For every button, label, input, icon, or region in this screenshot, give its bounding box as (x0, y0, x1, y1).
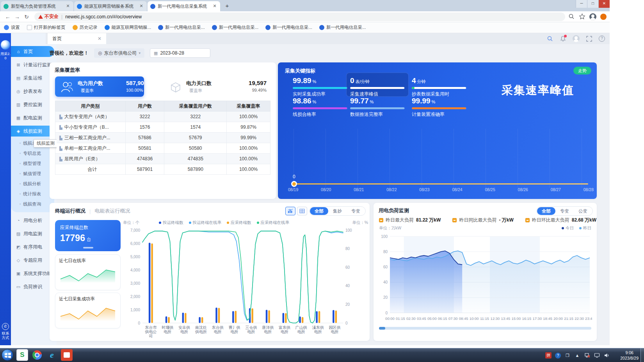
terminal-total-card[interactable]: 应采终端总数 17796台 (55, 220, 121, 251)
maximize-button[interactable]: □ (587, 0, 598, 8)
org-selector[interactable]: ◎ 东台市供电公司 ▾ (94, 48, 144, 58)
svg-text:1,000: 1,000 (130, 308, 140, 312)
show-desktop-button[interactable] (640, 348, 644, 362)
power-users-card[interactable]: 电力用户数 覆盖率 587,901 100.00% (55, 76, 144, 97)
search-icon[interactable] (547, 35, 553, 42)
svg-text:80: 80 (345, 247, 350, 251)
bookmark-label: 新一代用电信息采... (165, 25, 205, 30)
bookmark-5[interactable]: 新一代用电信息采... (212, 25, 259, 30)
ime-icon[interactable]: 拼 (545, 352, 551, 358)
load-filter-0[interactable]: 全部 (537, 207, 555, 215)
submenu-item-icon: ▫ (20, 161, 21, 165)
tab-terminal-overview[interactable]: 终端运行概况 (55, 208, 85, 215)
tab-close-icon[interactable]: ✕ (139, 4, 144, 9)
browser-update-icon[interactable] (600, 14, 607, 20)
svg-text:20:00: 20:00 (553, 316, 563, 321)
zoom-icon[interactable] (568, 13, 575, 20)
timeline-date: 08/21 (354, 187, 364, 192)
bookmark-3[interactable]: 能源互联网营销服... (105, 25, 151, 30)
address-bar[interactable]: 不安全 | neweic.js.sgcc.com.cn/#/oc/overvie… (34, 12, 565, 21)
expand-arrow-icon[interactable]: ▲ (574, 352, 580, 358)
load-filter-1[interactable]: 专变 (555, 207, 574, 215)
bookmark-2[interactable]: 历史记录 (73, 25, 98, 30)
fullscreen-icon[interactable] (586, 35, 592, 42)
online-rate-card[interactable]: 近七日在线率 (55, 254, 121, 290)
power-gateways-sublabel: 覆盖率 (189, 88, 202, 94)
bookmark-6[interactable]: 新一代用电信息采... (265, 25, 312, 30)
svg-text:10:00: 10:00 (470, 316, 479, 321)
contact-widget[interactable]: ✆ 联系 方式 (0, 323, 11, 340)
table-view-toggle[interactable] (297, 207, 307, 215)
window-controls: ─□✕ (576, 0, 610, 8)
tab-close-icon[interactable]: ✕ (212, 4, 217, 9)
bookmark-star-icon[interactable] (579, 13, 585, 20)
site-icon (265, 25, 270, 30)
ie-icon[interactable]: e (46, 349, 58, 361)
load-legend-item-0[interactable]: 今日 (562, 225, 574, 231)
browser-profile-icon[interactable] (589, 13, 596, 20)
close-button[interactable]: ✕ (598, 0, 610, 8)
notification-bell-icon[interactable] (560, 35, 566, 42)
url-text[interactable]: neweic.js.sgcc.com.cn/#/oc/overview (65, 14, 142, 20)
timeline-track[interactable] (294, 183, 588, 185)
page-tab-close-icon[interactable]: ✕ (98, 36, 101, 41)
table-cell: 100.00% (227, 112, 270, 122)
submenu-item-icon: ▫ (20, 141, 21, 145)
bookmark-7[interactable]: 新一代用电信息采... (319, 25, 366, 30)
sidebar-subitem-label: 线损分析 (23, 181, 41, 187)
new-tab-button[interactable]: + (222, 2, 232, 11)
timeline-marker[interactable] (291, 181, 297, 187)
app-frame: 用采2.0 ✆ 联系 方式 ⌂首页⊠计量运行监测▾▤采集运维▾◎抄表发布▾▥费控… (0, 33, 610, 345)
chrome-icon[interactable] (31, 349, 43, 361)
wpp-icon[interactable] (61, 349, 73, 361)
browser-tab-0[interactable]: 新型电力负荷管理系统✕ (1, 1, 73, 11)
bookmark-0[interactable]: 设置 (4, 25, 20, 30)
security-warning-label[interactable]: 不安全 (44, 13, 59, 20)
load-legend-item-1[interactable]: 昨日 (579, 225, 591, 231)
forward-icon[interactable]: → (12, 14, 22, 20)
load-chart-scrollbar[interactable] (379, 327, 591, 330)
svg-text:17:30: 17:30 (532, 316, 542, 321)
tab-divider: | (89, 208, 91, 214)
watermark-text: 采集速率峰值 (502, 83, 574, 98)
load-filter-2[interactable]: 公变 (574, 207, 592, 215)
bookmark-1[interactable]: 打开新的标签页 (27, 25, 66, 30)
browser-tab-2[interactable]: 新一代用电信息采集系统✕ (148, 1, 220, 11)
terminal-total-value: 17796 (60, 233, 85, 243)
user-avatar-icon[interactable] (573, 35, 580, 42)
minimize-button[interactable]: ─ (576, 0, 587, 8)
taskbar-clock[interactable]: 9:06 2023/8/29 (620, 350, 639, 361)
help-icon[interactable]: ? (599, 35, 605, 42)
browser-tab-1[interactable]: 能源互联网营销服务系统✕ (74, 1, 147, 11)
reload-icon[interactable]: ↻ (22, 14, 31, 20)
svg-text:100: 100 (345, 228, 352, 232)
window-stack-icon[interactable]: ❐ (564, 352, 571, 358)
terminal-filter-0[interactable]: 全部 (310, 207, 328, 215)
svg-text:07:30: 07:30 (448, 316, 458, 321)
bookmark-4[interactable]: 新一代用电信息采... (158, 25, 205, 30)
display-icon[interactable] (594, 352, 600, 358)
volume-icon[interactable] (603, 352, 610, 358)
network-error-icon[interactable] (584, 352, 590, 358)
scrollbar-thumb[interactable] (379, 327, 385, 330)
power-gateways-card[interactable]: 电力关口数 覆盖率 19,597 99.49% (167, 76, 270, 97)
tray-help-icon[interactable]: ? (555, 353, 561, 358)
trend-button[interactable]: 走势 (573, 67, 591, 75)
chart-view-toggle[interactable] (285, 207, 295, 215)
terminal-filter-2[interactable]: 专变 (347, 207, 365, 215)
load-stats: 昨日最大负荷81.22 万kW昨日同比最大负荷- 万kW昨日环比最大负荷82.6… (379, 217, 594, 224)
tab-close-icon[interactable]: ✕ (65, 4, 71, 9)
screen: 新型电力负荷管理系统✕能源互联网营销服务系统✕新一代用电信息采集系统✕ + ─□… (0, 0, 644, 362)
terminal-filter-1[interactable]: 集抄 (328, 207, 347, 215)
date-picker[interactable]: ▦ 2023-08-28 (150, 48, 210, 58)
page-tab-home[interactable]: 首页 ✕ (48, 33, 106, 44)
back-icon[interactable]: ← (3, 14, 12, 20)
timeline-gridline (550, 129, 550, 188)
tab-meter-overview[interactable]: 电能表运行概况 (94, 208, 130, 215)
wps-icon[interactable]: S (16, 349, 28, 361)
start-orb-icon[interactable] (2, 349, 13, 361)
success-rate-card[interactable]: 近七日采集成功率 (55, 293, 121, 328)
x-category-label: 南沈灶供电所 (192, 325, 209, 338)
x-category-label: 广山供电所 (293, 325, 310, 338)
svg-text:02:30: 02:30 (406, 316, 416, 321)
